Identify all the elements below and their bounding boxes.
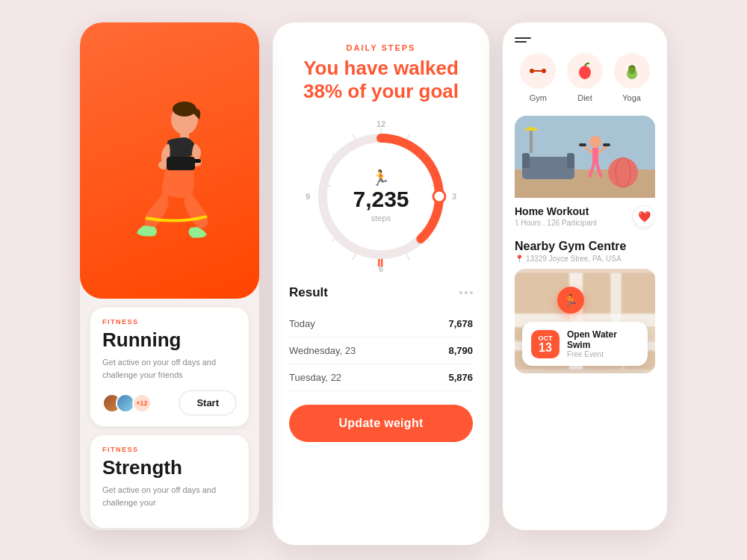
gym-emoji	[520, 53, 556, 89]
row3-value: 5,876	[448, 372, 473, 383]
strength-title: Strength	[102, 456, 237, 479]
steps-label: steps	[371, 214, 391, 223]
panel-top-bg	[80, 22, 259, 299]
menu-icon[interactable]	[515, 37, 531, 43]
row3-day: Tuesday, 22	[289, 372, 341, 383]
result-section: Result Today 7,678 Wednesday, 23 8,790 T…	[289, 285, 473, 527]
svg-rect-6	[167, 157, 195, 170]
result-title: Result	[289, 285, 328, 300]
svg-rect-50	[622, 273, 655, 312]
steps-value: 7,235	[353, 188, 409, 211]
workout-image	[515, 116, 655, 198]
result-header: Result	[289, 285, 473, 300]
strength-card: FITNESS Strength Get active on your off …	[90, 435, 249, 528]
svg-line-12	[406, 253, 409, 260]
panel-fitness: FITNESS Running Get active on your off d…	[80, 22, 259, 530]
avatar-count: +12	[132, 393, 152, 413]
app-container: FITNESS Running Get active on your off d…	[0, 0, 747, 560]
svg-point-32	[608, 158, 638, 187]
nearby-address: 📍 13329 Joyce Stree, PA, USA	[515, 255, 655, 263]
svg-point-1	[173, 102, 196, 116]
running-desc: Get active on your off days and challeng…	[102, 356, 237, 381]
address-text: 13329 Joyce Stree, PA, USA	[526, 255, 622, 263]
nearby-section: Nearby Gym Centre 📍 13329 Joyce Stree, P…	[503, 240, 667, 373]
row2-value: 8,790	[448, 345, 473, 356]
svg-rect-49	[583, 273, 610, 312]
result-dots	[459, 291, 473, 294]
svg-rect-36	[592, 148, 598, 164]
yoga-icon	[623, 62, 641, 80]
diet-icon	[576, 62, 594, 80]
fitness-label-2: FITNESS	[102, 446, 237, 453]
steps-ring: 12 9 3 6	[303, 118, 459, 275]
dot-1	[459, 291, 462, 294]
fitness-label-1: FITNESS	[102, 318, 237, 326]
map-container: 🏃 OCT 13 Open Water Swim Free Event	[515, 269, 655, 373]
svg-point-20	[433, 190, 445, 202]
svg-rect-31	[567, 153, 574, 168]
svg-rect-40	[603, 143, 610, 146]
event-day: 13	[537, 342, 554, 354]
location-icon: 📍	[515, 255, 524, 263]
category-row: Gym Diet	[515, 53, 655, 102]
fitness-cards: FITNESS Running Get active on your off d…	[80, 299, 259, 530]
workout-info: Home Workout 1 Hours . 126 Participant ❤…	[515, 198, 655, 231]
update-weight-button[interactable]: Update weight	[289, 405, 473, 442]
diet-emoji	[567, 53, 603, 89]
runner-icon: 🏃	[353, 169, 409, 187]
workout-meta: 1 Hours . 126 Participant	[515, 219, 597, 227]
event-card[interactable]: OCT 13 Open Water Swim Free Event	[522, 322, 648, 366]
headline-percent: 38%	[303, 80, 342, 102]
heart-button[interactable]: ❤️	[633, 205, 655, 228]
svg-point-35	[589, 136, 601, 148]
workout-name: Home Workout	[515, 205, 597, 217]
svg-rect-29	[522, 157, 574, 179]
gym-icon	[529, 62, 547, 80]
row1-day: Today	[289, 318, 315, 329]
strength-desc: Get active on your off days and challeng…	[102, 484, 237, 508]
event-info: Open Water Swim Free Event	[567, 329, 639, 358]
daily-steps-title: You have walked 38% of your goal	[303, 57, 459, 103]
category-yoga[interactable]: Yoga	[614, 53, 650, 102]
gym-label: Gym	[530, 93, 547, 102]
panel-gym: Gym Diet	[503, 22, 667, 530]
event-title: Open Water Swim	[567, 329, 639, 350]
svg-rect-23	[533, 70, 542, 72]
nearby-title: Nearby Gym Centre	[515, 240, 655, 253]
running-card-bottom: +12 Start	[102, 390, 237, 416]
svg-rect-30	[522, 153, 530, 168]
svg-line-13	[353, 253, 356, 260]
svg-rect-34	[530, 131, 533, 153]
daily-steps-label: DAILY STEPS	[347, 43, 416, 52]
row1-value: 7,678	[448, 318, 473, 329]
category-diet[interactable]: Diet	[567, 53, 603, 102]
running-card: FITNESS Running Get active on your off d…	[90, 308, 249, 426]
workout-scene	[515, 116, 655, 198]
ring-center: 🏃 7,235 steps	[353, 169, 409, 224]
yoga-label: Yoga	[622, 93, 641, 102]
avatars-row: +12	[102, 393, 152, 413]
result-row-tue: Tuesday, 22 5,876	[289, 364, 473, 391]
yoga-emoji	[614, 53, 650, 89]
athlete-figure	[102, 97, 237, 299]
result-row-wed: Wednesday, 23 8,790	[289, 337, 473, 364]
start-button[interactable]: Start	[179, 390, 237, 416]
result-row-today: Today 7,678	[289, 311, 473, 337]
dot-3	[470, 291, 473, 294]
workout-text: Home Workout 1 Hours . 126 Participant	[515, 205, 597, 227]
headline-part2: of your goal	[347, 80, 459, 102]
workout-card[interactable]: Home Workout 1 Hours . 126 Participant ❤…	[515, 116, 655, 231]
map-runner-pin[interactable]: 🏃	[557, 287, 584, 314]
dot-2	[465, 291, 468, 294]
panel-3-inner: Gym Diet	[503, 22, 667, 231]
running-title: Running	[102, 329, 237, 352]
panel-steps: DAILY STEPS You have walked 38% of your …	[273, 22, 489, 545]
event-date: OCT 13	[531, 330, 560, 358]
event-subtitle: Free Event	[567, 350, 639, 358]
event-month: OCT	[537, 335, 554, 342]
svg-rect-39	[579, 143, 586, 146]
category-gym[interactable]: Gym	[520, 53, 556, 102]
svg-point-24	[579, 66, 591, 79]
headline-part1: You have walked	[303, 57, 459, 79]
pause-icon[interactable]: ⏸	[375, 257, 388, 269]
